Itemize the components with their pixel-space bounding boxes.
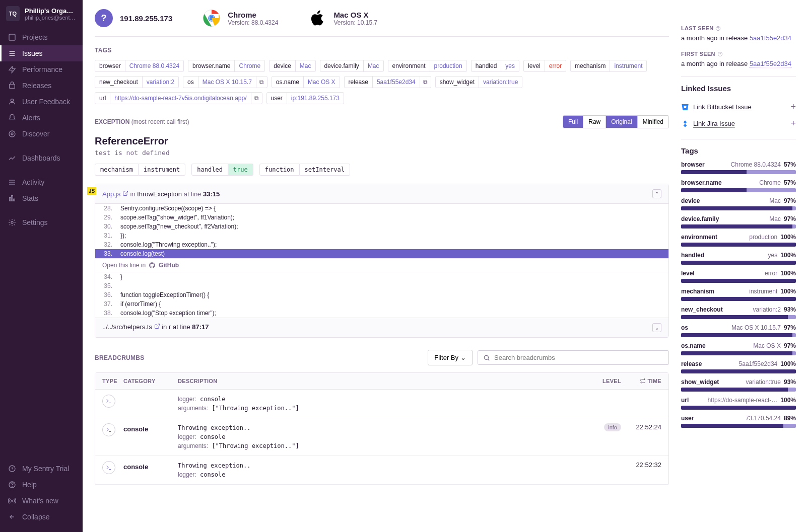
nav-trial[interactable]: My Sentry Trial — [0, 461, 83, 477]
first-seen-release-link[interactable]: 5aa1f55e2d34 — [750, 60, 791, 68]
tag-browser.name[interactable]: browser.nameChrome — [188, 60, 265, 72]
plus-icon[interactable]: + — [790, 118, 796, 129]
trial-icon — [8, 465, 16, 473]
col-time[interactable]: TIME — [621, 378, 661, 384]
tag-stat-level[interactable]: levelerror100% — [681, 270, 796, 283]
releases-icon — [8, 82, 16, 90]
breadcrumb-search-input[interactable] — [494, 354, 663, 361]
tags-container: browserChrome 88.0.4324browser.nameChrom… — [95, 60, 669, 104]
nav-activity[interactable]: Activity — [0, 174, 83, 190]
tag-device[interactable]: deviceMac — [269, 60, 315, 72]
tag-environment[interactable]: environmentproduction — [388, 60, 467, 72]
tag-level[interactable]: levelerror — [523, 60, 566, 72]
open-in-github[interactable]: Open this line inGitHub — [95, 258, 668, 272]
nav-collapse[interactable]: Collapse — [0, 509, 83, 525]
tag-stat-browser[interactable]: browserChrome 88.0.432457% — [681, 161, 796, 174]
browser-block[interactable]: Chrome Version: 88.0.4324 — [203, 9, 278, 27]
tag-stat-os[interactable]: osMac OS X 10.15.797% — [681, 324, 796, 337]
tag-os[interactable]: osMac OS X 10.15.7⧉ — [183, 76, 267, 88]
projects-icon — [8, 33, 16, 41]
org-avatar: TQ — [6, 6, 20, 21]
nav-discover[interactable]: Discover — [0, 126, 83, 142]
tag-stat-device.family[interactable]: device.familyMac97% — [681, 215, 796, 229]
filter-by-button[interactable]: Filter By ⌄ — [428, 350, 473, 365]
tag-stat-device[interactable]: deviceMac97% — [681, 197, 796, 210]
view-minified-button[interactable]: Minified — [638, 116, 668, 128]
svg-point-7 — [11, 133, 13, 135]
view-full-button[interactable]: Full — [563, 116, 583, 128]
github-icon — [149, 262, 156, 269]
nav-performance[interactable]: Performance — [0, 61, 83, 78]
nav-dashboards[interactable]: Dashboards — [0, 150, 83, 166]
tag-url[interactable]: urlhttps://do-sample-react-7v5is.ondigit… — [95, 92, 262, 104]
view-original-button[interactable]: Original — [606, 116, 637, 128]
external-link-icon[interactable]: ⧉ — [420, 77, 431, 88]
external-link-icon — [154, 323, 160, 329]
tag-stat-mechanism[interactable]: mechanisminstrument100% — [681, 288, 796, 301]
tag-stat-user[interactable]: user73.170.54.2489% — [681, 415, 796, 428]
tag-stat-url[interactable]: urlhttps://do-sample-react-…100% — [681, 397, 796, 410]
ip-block[interactable]: ? 191.89.255.173 — [95, 9, 172, 27]
external-link-icon[interactable]: ⧉ — [256, 77, 267, 88]
tag-show_widget[interactable]: show_widgetvariation:true — [435, 76, 523, 88]
external-link-icon[interactable]: ⧉ — [251, 93, 262, 104]
right-panel: LAST SEEN a month ago in release 5aa1f55… — [681, 0, 806, 532]
plus-icon[interactable]: + — [790, 102, 796, 112]
tags-stats-heading: Tags — [681, 146, 796, 155]
os-block[interactable]: Mac OS X Version: 10.15.7 — [308, 9, 377, 27]
expand-frame-button[interactable]: ⌄ — [652, 323, 661, 332]
nav-issues[interactable]: Issues — [0, 45, 83, 61]
tag-stat-environment[interactable]: environmentproduction100% — [681, 234, 796, 247]
tag-stat-show_widget[interactable]: show_widgetvariation:true93% — [681, 378, 796, 392]
last-seen-release-link[interactable]: 5aa1f55e2d34 — [750, 34, 791, 42]
tag-stat-new_checkout[interactable]: new_checkoutvariation:293% — [681, 306, 796, 319]
code-line: 38. console.log("Stop exception timer"); — [95, 309, 668, 318]
tag-stat-os.name[interactable]: os.nameMac OS X97% — [681, 342, 796, 355]
nav-user-feedback[interactable]: User Feedback — [0, 94, 83, 110]
mech-handled: handledtrue — [191, 164, 253, 176]
last-seen-value: a month ago in release 5aa1f55e2d34 — [681, 34, 796, 42]
nav-whatsnew[interactable]: What's new — [0, 493, 83, 509]
nav-projects[interactable]: Projects — [0, 29, 83, 45]
col-category: CATEGORY — [123, 378, 178, 384]
nav-settings[interactable]: Settings — [0, 214, 83, 231]
stack-frame-footer[interactable]: ../../src/helpers.ts in r at line 87:17 … — [95, 318, 668, 337]
os-name: Mac OS X — [333, 11, 377, 19]
jira-icon — [681, 120, 689, 128]
nav-help[interactable]: Help — [0, 477, 83, 493]
stack-frame-header[interactable]: App.js in throwException at line 33:15 ⌃ — [95, 184, 668, 204]
link-bitbucket[interactable]: Link Bitbucket Issue + — [681, 99, 796, 115]
tag-os.name[interactable]: os.nameMac OS X — [272, 76, 340, 88]
nav-stats[interactable]: Stats — [0, 190, 83, 206]
nav-alerts[interactable]: Alerts — [0, 110, 83, 126]
breadcrumb-row: logger: consolearguments: ["Throwing exc… — [95, 390, 668, 418]
tag-stat-release[interactable]: release5aa1f55e2d34100% — [681, 360, 796, 373]
code-line: 32. console.log("Throwing exception.."); — [95, 240, 668, 249]
help-icon[interactable] — [717, 51, 723, 57]
tag-user[interactable]: userip:191.89.255.173 — [266, 92, 344, 104]
tag-handled[interactable]: handledyes — [471, 60, 519, 72]
nav-releases[interactable]: Releases — [0, 78, 83, 94]
stats-icon — [8, 194, 16, 202]
svg-line-25 — [488, 359, 489, 360]
tag-stat-handled[interactable]: handledyes100% — [681, 252, 796, 265]
org-email: phillip.jones@sentr… — [25, 15, 77, 21]
tag-browser[interactable]: browserChrome 88.0.4324 — [95, 60, 184, 72]
code-line: 29. scope.setTag("show_widget", ff1Varia… — [95, 213, 668, 222]
help-icon[interactable] — [715, 26, 721, 31]
link-jira[interactable]: Link Jira Issue + — [681, 115, 796, 132]
col-description: DESCRIPTION — [178, 378, 586, 384]
tag-new_checkout[interactable]: new_checkoutvariation:2 — [95, 76, 179, 88]
tag-device.family[interactable]: device.familyMac — [320, 60, 384, 72]
help-icon — [8, 481, 16, 489]
collapse-frame-button[interactable]: ⌃ — [652, 189, 661, 198]
org-switcher[interactable]: TQ Phillip's Organiz… phillip.jones@sent… — [0, 0, 83, 27]
stack-file-link[interactable]: App.js — [102, 190, 120, 198]
search-icon — [483, 354, 490, 361]
tag-release[interactable]: release5aa1f55e2d34⧉ — [344, 76, 431, 88]
view-raw-button[interactable]: Raw — [583, 116, 606, 128]
tag-stat-browser.name[interactable]: browser.nameChrome57% — [681, 179, 796, 192]
breadcrumb-search[interactable] — [478, 350, 669, 365]
tag-mechanism[interactable]: mechanisminstrument — [570, 60, 647, 72]
svg-rect-4 — [10, 84, 15, 88]
